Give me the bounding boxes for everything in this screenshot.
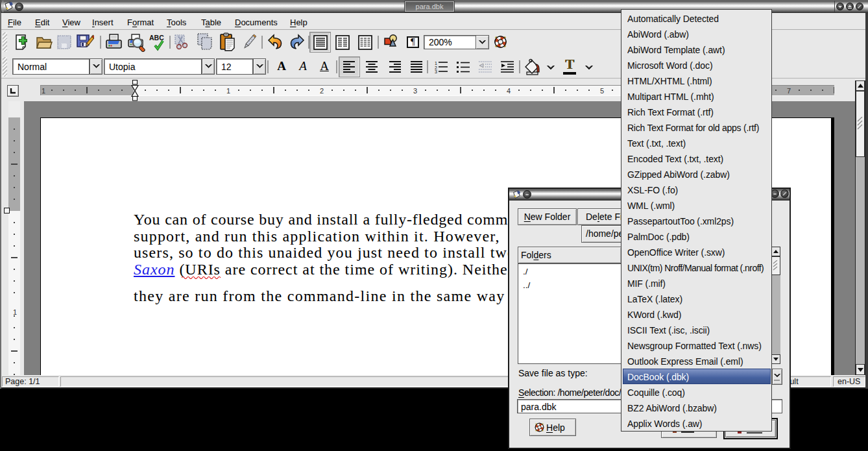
svg-text:1: 1 (13, 308, 17, 316)
svg-text:2: 2 (320, 87, 324, 95)
svg-text:3: 3 (435, 69, 437, 73)
svg-text:1: 1 (42, 87, 45, 95)
svg-text:4: 4 (507, 87, 511, 95)
svg-text:5: 5 (600, 87, 604, 95)
svg-text:3: 3 (413, 87, 417, 95)
svg-text:7: 7 (787, 87, 791, 95)
svg-text:1: 1 (226, 87, 230, 95)
svg-text:1: 1 (435, 61, 437, 66)
